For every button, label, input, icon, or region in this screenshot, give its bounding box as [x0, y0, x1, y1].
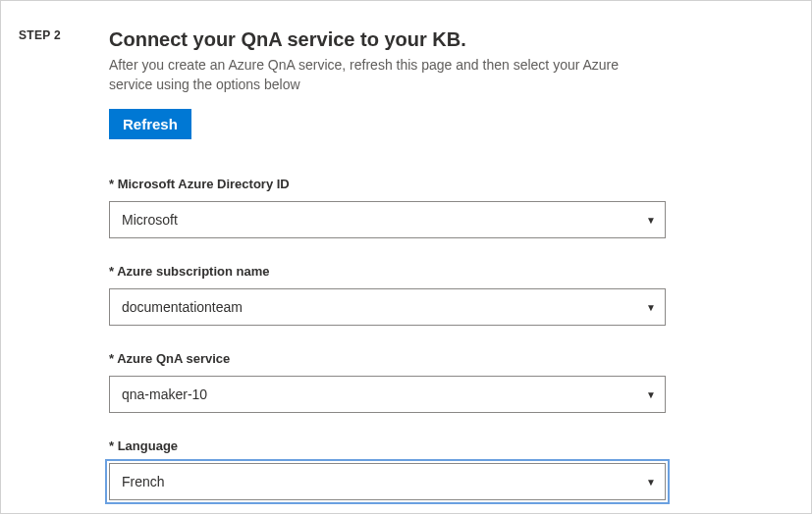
step-container: STEP 2 Connect your QnA service to your …	[1, 1, 811, 500]
select-directory[interactable]: Microsoft	[109, 201, 666, 238]
select-language[interactable]: French	[109, 463, 666, 500]
field-label-service: * Azure QnA service	[109, 351, 666, 366]
select-subscription-value: documentationteam	[122, 299, 243, 315]
select-service[interactable]: qna-maker-10	[109, 376, 666, 413]
select-wrap-directory: Microsoft ▼	[109, 201, 666, 238]
page-title: Connect your QnA service to your KB.	[109, 28, 666, 51]
field-label-directory: * Microsoft Azure Directory ID	[109, 177, 666, 191]
select-subscription[interactable]: documentationteam	[109, 288, 666, 326]
select-directory-value: Microsoft	[122, 212, 178, 228]
select-wrap-subscription: documentationteam ▼	[109, 288, 666, 326]
field-service: * Azure QnA service qna-maker-10 ▼	[109, 351, 666, 413]
field-language: * Language French ▼	[109, 438, 666, 500]
field-label-subscription: * Azure subscription name	[109, 264, 666, 279]
step-label: STEP 2	[19, 28, 109, 42]
select-language-value: French	[122, 474, 165, 489]
select-wrap-language: French ▼	[109, 463, 666, 500]
select-wrap-service: qna-maker-10 ▼	[109, 376, 666, 413]
refresh-button[interactable]: Refresh	[109, 109, 191, 139]
content-column: Connect your QnA service to your KB. Aft…	[109, 28, 793, 500]
step-column: STEP 2	[19, 28, 109, 500]
select-service-value: qna-maker-10	[122, 386, 207, 402]
field-label-language: * Language	[109, 438, 666, 453]
page-subtext: After you create an Azure QnA service, r…	[109, 55, 666, 95]
field-directory: * Microsoft Azure Directory ID Microsoft…	[109, 177, 666, 238]
field-subscription: * Azure subscription name documentationt…	[109, 264, 666, 326]
